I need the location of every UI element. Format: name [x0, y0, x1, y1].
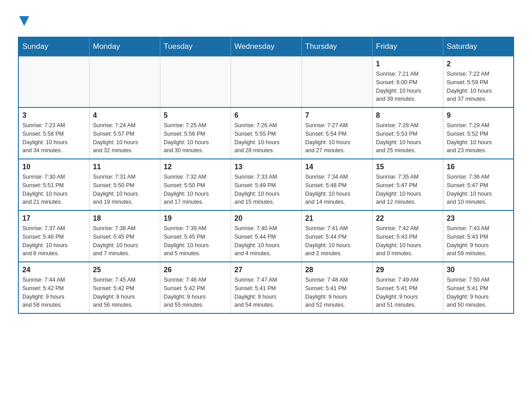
calendar-cell: 12Sunrise: 7:32 AMSunset: 5:50 PMDayligh… [160, 159, 231, 210]
week-row-3: 17Sunrise: 7:37 AMSunset: 5:46 PMDayligh… [18, 210, 514, 262]
day-number: 28 [305, 266, 369, 274]
day-info: Sunrise: 7:40 AMSunset: 5:44 PMDaylight:… [235, 224, 298, 258]
day-number: 11 [93, 163, 156, 171]
day-info: Sunrise: 7:39 AMSunset: 5:45 PMDaylight:… [164, 224, 227, 258]
page-header [18, 13, 514, 28]
calendar-cell: 13Sunrise: 7:33 AMSunset: 5:49 PMDayligh… [231, 159, 301, 210]
calendar-cell: 8Sunrise: 7:28 AMSunset: 5:53 PMDaylight… [372, 107, 443, 159]
calendar-cell: 1Sunrise: 7:21 AMSunset: 6:00 PMDaylight… [372, 56, 443, 107]
calendar-cell [89, 56, 160, 107]
day-info: Sunrise: 7:49 AMSunset: 5:41 PMDaylight:… [376, 276, 439, 309]
day-info: Sunrise: 7:36 AMSunset: 5:47 PMDaylight:… [447, 173, 510, 206]
calendar-cell: 21Sunrise: 7:41 AMSunset: 5:44 PMDayligh… [301, 210, 372, 262]
day-number: 30 [447, 266, 510, 274]
day-info: Sunrise: 7:46 AMSunset: 5:42 PMDaylight:… [164, 276, 227, 309]
day-number: 7 [305, 111, 369, 120]
day-info: Sunrise: 7:22 AMSunset: 5:59 PMDaylight:… [447, 70, 510, 103]
week-row-1: 3Sunrise: 7:23 AMSunset: 5:58 PMDaylight… [18, 107, 514, 159]
header-wednesday: Wednesday [231, 37, 301, 56]
header-friday: Friday [372, 37, 443, 56]
day-info: Sunrise: 7:43 AMSunset: 5:43 PMDaylight:… [447, 224, 510, 258]
day-number: 3 [22, 111, 86, 120]
day-number: 17 [22, 214, 86, 223]
calendar-cell: 22Sunrise: 7:42 AMSunset: 5:43 PMDayligh… [372, 210, 443, 262]
day-info: Sunrise: 7:32 AMSunset: 5:50 PMDaylight:… [164, 173, 227, 206]
day-number: 8 [376, 111, 439, 120]
day-number: 26 [164, 266, 227, 274]
day-info: Sunrise: 7:47 AMSunset: 5:41 PMDaylight:… [235, 276, 298, 309]
calendar-cell: 25Sunrise: 7:45 AMSunset: 5:42 PMDayligh… [89, 262, 160, 313]
calendar-cell: 10Sunrise: 7:30 AMSunset: 5:51 PMDayligh… [18, 159, 89, 210]
day-info: Sunrise: 7:34 AMSunset: 5:48 PMDaylight:… [305, 173, 369, 206]
week-row-4: 24Sunrise: 7:44 AMSunset: 5:42 PMDayligh… [18, 262, 514, 313]
calendar-table: SundayMondayTuesdayWednesdayThursdayFrid… [18, 37, 514, 314]
day-number: 19 [164, 214, 227, 223]
header-monday: Monday [89, 37, 160, 56]
day-info: Sunrise: 7:42 AMSunset: 5:43 PMDaylight:… [376, 224, 439, 258]
svg-marker-0 [19, 16, 29, 26]
day-number: 9 [447, 111, 510, 120]
calendar-cell: 17Sunrise: 7:37 AMSunset: 5:46 PMDayligh… [18, 210, 89, 262]
day-number: 27 [235, 266, 298, 274]
calendar-cell: 29Sunrise: 7:49 AMSunset: 5:41 PMDayligh… [372, 262, 443, 313]
day-info: Sunrise: 7:37 AMSunset: 5:46 PMDaylight:… [22, 224, 86, 258]
header-sunday: Sunday [18, 37, 89, 56]
day-number: 18 [93, 214, 156, 223]
day-info: Sunrise: 7:30 AMSunset: 5:51 PMDaylight:… [22, 173, 86, 206]
day-info: Sunrise: 7:21 AMSunset: 6:00 PMDaylight:… [376, 70, 439, 103]
calendar-cell: 23Sunrise: 7:43 AMSunset: 5:43 PMDayligh… [443, 210, 514, 262]
day-info: Sunrise: 7:26 AMSunset: 5:55 PMDaylight:… [235, 121, 298, 155]
day-number: 4 [93, 111, 156, 120]
day-info: Sunrise: 7:44 AMSunset: 5:42 PMDaylight:… [22, 276, 86, 309]
logo-arrow-icon [19, 13, 29, 28]
calendar-cell: 16Sunrise: 7:36 AMSunset: 5:47 PMDayligh… [443, 159, 514, 210]
day-info: Sunrise: 7:41 AMSunset: 5:44 PMDaylight:… [305, 224, 369, 258]
calendar-cell: 2Sunrise: 7:22 AMSunset: 5:59 PMDaylight… [443, 56, 514, 107]
calendar-cell: 11Sunrise: 7:31 AMSunset: 5:50 PMDayligh… [89, 159, 160, 210]
calendar-cell: 6Sunrise: 7:26 AMSunset: 5:55 PMDaylight… [231, 107, 301, 159]
calendar-cell: 3Sunrise: 7:23 AMSunset: 5:58 PMDaylight… [18, 107, 89, 159]
day-info: Sunrise: 7:38 AMSunset: 5:45 PMDaylight:… [93, 224, 156, 258]
calendar-cell: 9Sunrise: 7:29 AMSunset: 5:52 PMDaylight… [443, 107, 514, 159]
day-info: Sunrise: 7:45 AMSunset: 5:42 PMDaylight:… [93, 276, 156, 309]
calendar-cell: 4Sunrise: 7:24 AMSunset: 5:57 PMDaylight… [89, 107, 160, 159]
day-info: Sunrise: 7:29 AMSunset: 5:52 PMDaylight:… [447, 121, 510, 155]
calendar-header-row: SundayMondayTuesdayWednesdayThursdayFrid… [18, 37, 514, 56]
day-number: 23 [447, 214, 510, 223]
day-info: Sunrise: 7:50 AMSunset: 5:41 PMDaylight:… [447, 276, 510, 309]
calendar-cell: 5Sunrise: 7:25 AMSunset: 5:56 PMDaylight… [160, 107, 231, 159]
day-info: Sunrise: 7:31 AMSunset: 5:50 PMDaylight:… [93, 173, 156, 206]
day-number: 25 [93, 266, 156, 274]
header-tuesday: Tuesday [160, 37, 231, 56]
week-row-2: 10Sunrise: 7:30 AMSunset: 5:51 PMDayligh… [18, 159, 514, 210]
day-number: 13 [235, 163, 298, 171]
calendar-cell: 14Sunrise: 7:34 AMSunset: 5:48 PMDayligh… [301, 159, 372, 210]
day-info: Sunrise: 7:28 AMSunset: 5:53 PMDaylight:… [376, 121, 439, 155]
calendar-cell: 30Sunrise: 7:50 AMSunset: 5:41 PMDayligh… [443, 262, 514, 313]
day-number: 14 [305, 163, 369, 171]
calendar-cell: 27Sunrise: 7:47 AMSunset: 5:41 PMDayligh… [231, 262, 301, 313]
day-number: 6 [235, 111, 298, 120]
calendar-cell: 7Sunrise: 7:27 AMSunset: 5:54 PMDaylight… [301, 107, 372, 159]
calendar-cell [231, 56, 301, 107]
header-thursday: Thursday [301, 37, 372, 56]
logo [18, 13, 29, 28]
calendar-cell: 15Sunrise: 7:35 AMSunset: 5:47 PMDayligh… [372, 159, 443, 210]
day-number: 2 [447, 60, 510, 68]
day-info: Sunrise: 7:24 AMSunset: 5:57 PMDaylight:… [93, 121, 156, 155]
day-number: 29 [376, 266, 439, 274]
calendar-cell: 19Sunrise: 7:39 AMSunset: 5:45 PMDayligh… [160, 210, 231, 262]
calendar-cell: 20Sunrise: 7:40 AMSunset: 5:44 PMDayligh… [231, 210, 301, 262]
header-saturday: Saturday [443, 37, 514, 56]
day-number: 1 [376, 60, 439, 68]
day-number: 20 [235, 214, 298, 223]
day-info: Sunrise: 7:48 AMSunset: 5:41 PMDaylight:… [305, 276, 369, 309]
day-info: Sunrise: 7:33 AMSunset: 5:49 PMDaylight:… [235, 173, 298, 206]
calendar-cell [18, 56, 89, 107]
calendar-cell [301, 56, 372, 107]
day-number: 24 [22, 266, 86, 274]
day-number: 12 [164, 163, 227, 171]
calendar-cell: 24Sunrise: 7:44 AMSunset: 5:42 PMDayligh… [18, 262, 89, 313]
day-info: Sunrise: 7:23 AMSunset: 5:58 PMDaylight:… [22, 121, 86, 155]
day-number: 10 [22, 163, 86, 171]
